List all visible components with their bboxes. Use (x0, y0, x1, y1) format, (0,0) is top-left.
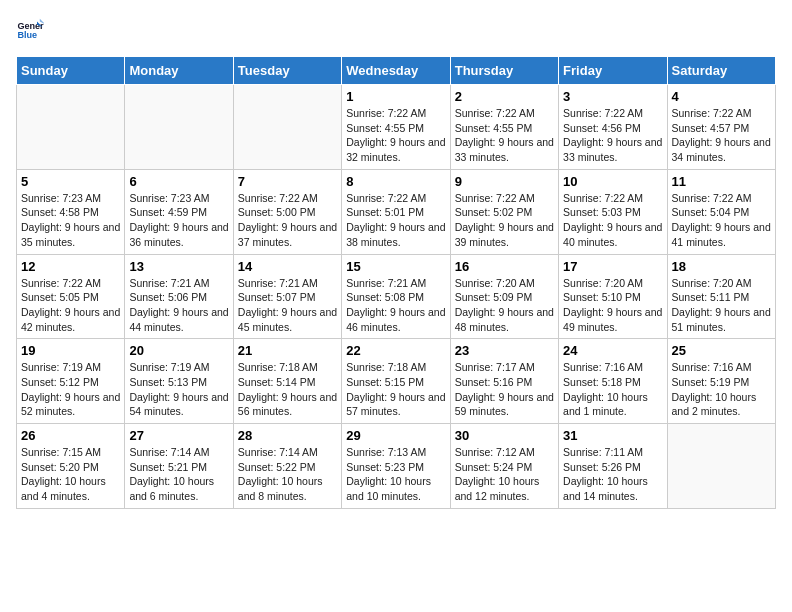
day-info: Sunrise: 7:11 AM Sunset: 5:26 PM Dayligh… (563, 445, 662, 504)
day-number: 13 (129, 259, 228, 274)
calendar-cell: 31Sunrise: 7:11 AM Sunset: 5:26 PM Dayli… (559, 424, 667, 509)
day-number: 31 (563, 428, 662, 443)
calendar-cell: 3Sunrise: 7:22 AM Sunset: 4:56 PM Daylig… (559, 85, 667, 170)
day-number: 16 (455, 259, 554, 274)
calendar-cell: 5Sunrise: 7:23 AM Sunset: 4:58 PM Daylig… (17, 169, 125, 254)
calendar-cell: 30Sunrise: 7:12 AM Sunset: 5:24 PM Dayli… (450, 424, 558, 509)
calendar-cell (233, 85, 341, 170)
day-number: 25 (672, 343, 771, 358)
day-number: 29 (346, 428, 445, 443)
day-number: 11 (672, 174, 771, 189)
calendar-cell: 7Sunrise: 7:22 AM Sunset: 5:00 PM Daylig… (233, 169, 341, 254)
calendar-cell: 8Sunrise: 7:22 AM Sunset: 5:01 PM Daylig… (342, 169, 450, 254)
day-number: 1 (346, 89, 445, 104)
day-info: Sunrise: 7:21 AM Sunset: 5:06 PM Dayligh… (129, 276, 228, 335)
day-info: Sunrise: 7:22 AM Sunset: 4:55 PM Dayligh… (455, 106, 554, 165)
calendar-week-1: 5Sunrise: 7:23 AM Sunset: 4:58 PM Daylig… (17, 169, 776, 254)
day-number: 20 (129, 343, 228, 358)
day-info: Sunrise: 7:13 AM Sunset: 5:23 PM Dayligh… (346, 445, 445, 504)
calendar-week-3: 19Sunrise: 7:19 AM Sunset: 5:12 PM Dayli… (17, 339, 776, 424)
logo-icon: General Blue (16, 16, 44, 44)
calendar-header: SundayMondayTuesdayWednesdayThursdayFrid… (17, 57, 776, 85)
day-info: Sunrise: 7:16 AM Sunset: 5:19 PM Dayligh… (672, 360, 771, 419)
calendar-cell: 25Sunrise: 7:16 AM Sunset: 5:19 PM Dayli… (667, 339, 775, 424)
calendar-cell: 18Sunrise: 7:20 AM Sunset: 5:11 PM Dayli… (667, 254, 775, 339)
day-number: 17 (563, 259, 662, 274)
calendar-cell: 21Sunrise: 7:18 AM Sunset: 5:14 PM Dayli… (233, 339, 341, 424)
day-info: Sunrise: 7:12 AM Sunset: 5:24 PM Dayligh… (455, 445, 554, 504)
day-number: 30 (455, 428, 554, 443)
calendar-cell: 14Sunrise: 7:21 AM Sunset: 5:07 PM Dayli… (233, 254, 341, 339)
header-monday: Monday (125, 57, 233, 85)
day-info: Sunrise: 7:14 AM Sunset: 5:21 PM Dayligh… (129, 445, 228, 504)
day-info: Sunrise: 7:19 AM Sunset: 5:13 PM Dayligh… (129, 360, 228, 419)
day-info: Sunrise: 7:22 AM Sunset: 5:02 PM Dayligh… (455, 191, 554, 250)
day-number: 5 (21, 174, 120, 189)
day-number: 3 (563, 89, 662, 104)
page-header: General Blue (16, 16, 776, 44)
calendar-cell: 22Sunrise: 7:18 AM Sunset: 5:15 PM Dayli… (342, 339, 450, 424)
day-info: Sunrise: 7:17 AM Sunset: 5:16 PM Dayligh… (455, 360, 554, 419)
calendar-cell: 26Sunrise: 7:15 AM Sunset: 5:20 PM Dayli… (17, 424, 125, 509)
calendar-cell: 9Sunrise: 7:22 AM Sunset: 5:02 PM Daylig… (450, 169, 558, 254)
logo: General Blue (16, 16, 48, 44)
calendar-cell: 28Sunrise: 7:14 AM Sunset: 5:22 PM Dayli… (233, 424, 341, 509)
calendar-cell: 2Sunrise: 7:22 AM Sunset: 4:55 PM Daylig… (450, 85, 558, 170)
day-number: 6 (129, 174, 228, 189)
day-number: 7 (238, 174, 337, 189)
day-info: Sunrise: 7:22 AM Sunset: 5:05 PM Dayligh… (21, 276, 120, 335)
header-sunday: Sunday (17, 57, 125, 85)
calendar-week-2: 12Sunrise: 7:22 AM Sunset: 5:05 PM Dayli… (17, 254, 776, 339)
day-number: 23 (455, 343, 554, 358)
header-thursday: Thursday (450, 57, 558, 85)
day-number: 10 (563, 174, 662, 189)
day-info: Sunrise: 7:22 AM Sunset: 4:57 PM Dayligh… (672, 106, 771, 165)
calendar-cell: 20Sunrise: 7:19 AM Sunset: 5:13 PM Dayli… (125, 339, 233, 424)
day-info: Sunrise: 7:20 AM Sunset: 5:10 PM Dayligh… (563, 276, 662, 335)
day-number: 14 (238, 259, 337, 274)
day-number: 12 (21, 259, 120, 274)
calendar-cell: 4Sunrise: 7:22 AM Sunset: 4:57 PM Daylig… (667, 85, 775, 170)
calendar-cell (17, 85, 125, 170)
calendar-cell: 24Sunrise: 7:16 AM Sunset: 5:18 PM Dayli… (559, 339, 667, 424)
day-number: 21 (238, 343, 337, 358)
calendar-cell (125, 85, 233, 170)
calendar-cell: 23Sunrise: 7:17 AM Sunset: 5:16 PM Dayli… (450, 339, 558, 424)
day-number: 2 (455, 89, 554, 104)
day-info: Sunrise: 7:20 AM Sunset: 5:09 PM Dayligh… (455, 276, 554, 335)
header-tuesday: Tuesday (233, 57, 341, 85)
day-number: 27 (129, 428, 228, 443)
day-info: Sunrise: 7:23 AM Sunset: 4:59 PM Dayligh… (129, 191, 228, 250)
day-info: Sunrise: 7:23 AM Sunset: 4:58 PM Dayligh… (21, 191, 120, 250)
calendar-cell: 11Sunrise: 7:22 AM Sunset: 5:04 PM Dayli… (667, 169, 775, 254)
day-info: Sunrise: 7:16 AM Sunset: 5:18 PM Dayligh… (563, 360, 662, 419)
day-info: Sunrise: 7:22 AM Sunset: 4:55 PM Dayligh… (346, 106, 445, 165)
day-number: 15 (346, 259, 445, 274)
svg-text:Blue: Blue (17, 30, 37, 40)
day-number: 28 (238, 428, 337, 443)
day-number: 4 (672, 89, 771, 104)
day-info: Sunrise: 7:19 AM Sunset: 5:12 PM Dayligh… (21, 360, 120, 419)
day-info: Sunrise: 7:22 AM Sunset: 5:01 PM Dayligh… (346, 191, 445, 250)
calendar-week-0: 1Sunrise: 7:22 AM Sunset: 4:55 PM Daylig… (17, 85, 776, 170)
day-number: 9 (455, 174, 554, 189)
day-info: Sunrise: 7:22 AM Sunset: 5:04 PM Dayligh… (672, 191, 771, 250)
day-number: 8 (346, 174, 445, 189)
day-number: 18 (672, 259, 771, 274)
day-number: 24 (563, 343, 662, 358)
day-info: Sunrise: 7:15 AM Sunset: 5:20 PM Dayligh… (21, 445, 120, 504)
day-number: 22 (346, 343, 445, 358)
header-friday: Friday (559, 57, 667, 85)
calendar-cell: 27Sunrise: 7:14 AM Sunset: 5:21 PM Dayli… (125, 424, 233, 509)
day-info: Sunrise: 7:18 AM Sunset: 5:14 PM Dayligh… (238, 360, 337, 419)
calendar-cell: 13Sunrise: 7:21 AM Sunset: 5:06 PM Dayli… (125, 254, 233, 339)
day-info: Sunrise: 7:18 AM Sunset: 5:15 PM Dayligh… (346, 360, 445, 419)
calendar-week-4: 26Sunrise: 7:15 AM Sunset: 5:20 PM Dayli… (17, 424, 776, 509)
calendar-cell: 1Sunrise: 7:22 AM Sunset: 4:55 PM Daylig… (342, 85, 450, 170)
calendar-cell (667, 424, 775, 509)
calendar-cell: 15Sunrise: 7:21 AM Sunset: 5:08 PM Dayli… (342, 254, 450, 339)
day-info: Sunrise: 7:22 AM Sunset: 5:03 PM Dayligh… (563, 191, 662, 250)
header-saturday: Saturday (667, 57, 775, 85)
calendar-table: SundayMondayTuesdayWednesdayThursdayFrid… (16, 56, 776, 509)
day-info: Sunrise: 7:22 AM Sunset: 4:56 PM Dayligh… (563, 106, 662, 165)
